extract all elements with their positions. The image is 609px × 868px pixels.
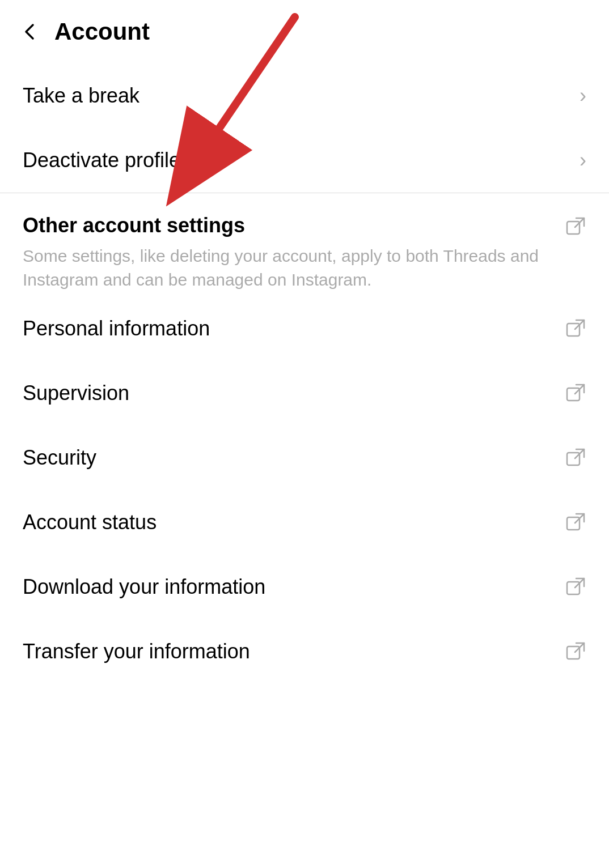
svg-rect-2 [567, 388, 580, 401]
other-settings-description: Some settings, like deleting your accoun… [23, 244, 553, 292]
download-information-label: Download your information [23, 575, 265, 599]
take-a-break-item[interactable]: Take a break › [0, 63, 609, 128]
back-button[interactable] [20, 22, 41, 42]
security-label: Security [23, 446, 96, 470]
external-link-icon [565, 641, 586, 662]
svg-rect-5 [567, 582, 580, 594]
personal-information-label: Personal information [23, 317, 210, 341]
other-settings-title: Other account settings [23, 214, 553, 237]
download-information-item[interactable]: Download your information [0, 555, 609, 619]
top-menu-section: Take a break › Deactivate profile › [0, 63, 609, 193]
deactivate-profile-label: Deactivate profile [23, 148, 180, 172]
chevron-right-icon: › [580, 148, 586, 172]
external-link-icon [565, 216, 586, 237]
svg-rect-3 [567, 453, 580, 465]
take-a-break-label: Take a break [23, 84, 139, 108]
page-header: Account [0, 0, 609, 63]
svg-rect-0 [567, 222, 580, 234]
external-link-icon [565, 447, 586, 469]
external-link-icon [565, 576, 586, 598]
page-title: Account [54, 18, 150, 45]
supervision-label: Supervision [23, 381, 129, 405]
account-status-label: Account status [23, 510, 157, 534]
external-link-icon [565, 318, 586, 339]
account-status-item[interactable]: Account status [0, 490, 609, 555]
external-link-icon [565, 382, 586, 404]
svg-rect-6 [567, 646, 580, 659]
transfer-information-item[interactable]: Transfer your information [0, 619, 609, 684]
deactivate-profile-item[interactable]: Deactivate profile › [0, 128, 609, 193]
other-settings-header: Other account settings Some settings, li… [0, 193, 609, 296]
personal-information-item[interactable]: Personal information [0, 296, 609, 361]
svg-rect-1 [567, 324, 580, 336]
external-menu-section: Personal information Supervision Securit… [0, 296, 609, 684]
chevron-right-icon: › [580, 84, 586, 108]
transfer-information-label: Transfer your information [23, 640, 250, 663]
svg-rect-4 [567, 517, 580, 530]
supervision-item[interactable]: Supervision [0, 361, 609, 426]
external-link-icon [565, 512, 586, 533]
security-item[interactable]: Security [0, 426, 609, 490]
